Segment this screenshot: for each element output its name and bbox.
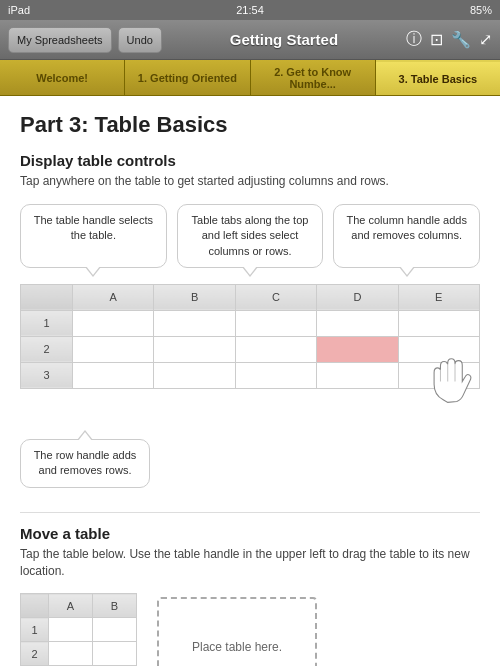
nav-icons: ⓘ ⊡ 🔧 ⤢ [406, 29, 492, 50]
table-row: 1 [21, 310, 480, 336]
status-time: 21:54 [236, 4, 264, 16]
cell-3A[interactable] [73, 362, 154, 388]
callouts-row: The table handle selects the table. Tabl… [20, 204, 480, 268]
tab-get-to-know[interactable]: 2. Get to Know Numbe... [251, 60, 376, 95]
cell-2E[interactable] [398, 336, 479, 362]
section1-desc: Tap anywhere on the table to get started… [20, 173, 480, 190]
row-header-2[interactable]: 2 [21, 336, 73, 362]
col-header-A[interactable]: A [73, 284, 154, 310]
section2-title: Move a table [20, 525, 480, 542]
cell-1D[interactable] [317, 310, 398, 336]
col-header-D[interactable]: D [317, 284, 398, 310]
nav-bar: My Spreadsheets Undo Getting Started ⓘ ⊡… [0, 20, 500, 60]
callout-1: The table handle selects the table. [20, 204, 167, 268]
section2-desc: Tap the table below. Use the table handl… [20, 546, 480, 580]
my-spreadsheets-button[interactable]: My Spreadsheets [8, 27, 112, 53]
cell-1E[interactable] [398, 310, 479, 336]
place-table-target[interactable]: Place table here. [157, 597, 317, 666]
cell-3C[interactable] [235, 362, 316, 388]
cell-2B[interactable] [154, 336, 235, 362]
undo-button[interactable]: Undo [118, 27, 162, 53]
small-cell-1B[interactable] [93, 618, 137, 642]
nav-left-buttons: My Spreadsheets Undo [8, 27, 162, 53]
small-cell-1A[interactable] [49, 618, 93, 642]
main-content: Part 3: Table Basics Display table contr… [0, 96, 500, 666]
move-table-row: A B 1 2 Place table here. [20, 593, 480, 666]
cell-1A[interactable] [73, 310, 154, 336]
cell-1B[interactable] [154, 310, 235, 336]
small-table-row: 1 [21, 618, 137, 642]
demo-table-wrapper[interactable]: A B C D E 1 2 [20, 284, 480, 389]
tab-table-basics[interactable]: 3. Table Basics [376, 60, 500, 95]
callout-3: The column handle adds and removes colum… [333, 204, 480, 268]
small-row-2[interactable]: 2 [21, 642, 49, 666]
corner-handle[interactable] [21, 284, 73, 310]
hand-cursor-icon [425, 349, 475, 414]
nav-title: Getting Started [162, 31, 406, 48]
col-header-E[interactable]: E [398, 284, 479, 310]
row-header-1[interactable]: 1 [21, 310, 73, 336]
row-header-3[interactable]: 3 [21, 362, 73, 388]
row-callout-area: The row handle adds and removes rows. [20, 419, 480, 504]
cell-3B[interactable] [154, 362, 235, 388]
section1-title: Display table controls [20, 152, 480, 169]
small-demo-table[interactable]: A B 1 2 [20, 593, 137, 666]
section-divider [20, 512, 480, 513]
tab-bar: Welcome! 1. Getting Oriented 2. Get to K… [0, 60, 500, 96]
cell-2A[interactable] [73, 336, 154, 362]
small-cell-2B[interactable] [93, 642, 137, 666]
small-cell-2A[interactable] [49, 642, 93, 666]
table-row: 2 [21, 336, 480, 362]
expand-icon[interactable]: ⤢ [479, 30, 492, 49]
small-table-row: 2 [21, 642, 137, 666]
row-handle-callout: The row handle adds and removes rows. [20, 439, 150, 488]
status-right: 85% [470, 4, 492, 16]
page-title: Part 3: Table Basics [20, 112, 480, 138]
callout-2: Table tabs along the top and left sides … [177, 204, 324, 268]
cell-2D[interactable] [317, 336, 398, 362]
small-corner-handle[interactable] [21, 594, 49, 618]
small-row-1[interactable]: 1 [21, 618, 49, 642]
cell-2C[interactable] [235, 336, 316, 362]
small-col-A[interactable]: A [49, 594, 93, 618]
demo-table[interactable]: A B C D E 1 2 [20, 284, 480, 389]
table-row: 3 [21, 362, 480, 388]
info-icon[interactable]: ⓘ [406, 29, 422, 50]
status-bar: iPad 21:54 85% [0, 0, 500, 20]
small-col-B[interactable]: B [93, 594, 137, 618]
col-header-B[interactable]: B [154, 284, 235, 310]
cell-1C[interactable] [235, 310, 316, 336]
cell-3D[interactable] [317, 362, 398, 388]
col-header-C[interactable]: C [235, 284, 316, 310]
wrench-icon[interactable]: 🔧 [451, 30, 471, 49]
image-icon[interactable]: ⊡ [430, 30, 443, 49]
tab-getting-oriented[interactable]: 1. Getting Oriented [125, 60, 250, 95]
status-left: iPad [8, 4, 30, 16]
tab-welcome[interactable]: Welcome! [0, 60, 125, 95]
